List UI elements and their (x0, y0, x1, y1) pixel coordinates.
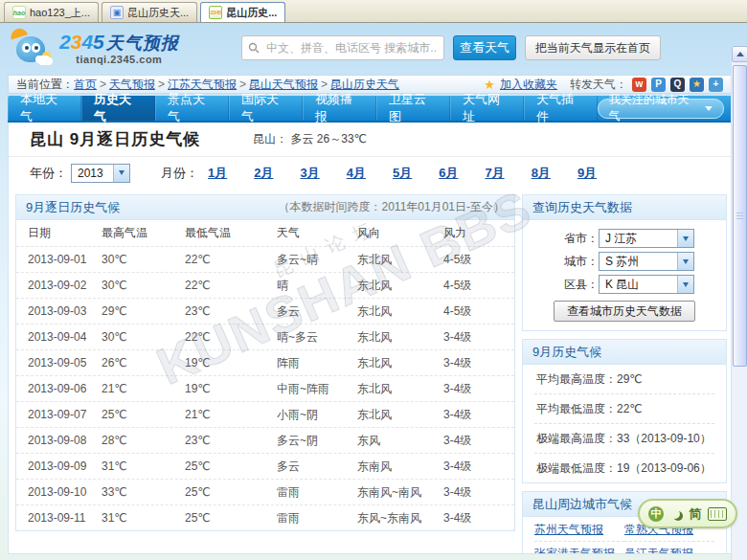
browser-tab-label: hao123_上... (30, 6, 90, 20)
nav-tab-1[interactable]: 历史天气 (81, 96, 155, 121)
table-cell: 东北风 (357, 329, 443, 346)
table-cell: 19℃ (185, 382, 277, 395)
table-row: 2013-09-0526℃19℃阵雨东北风3-4级 (16, 350, 514, 376)
nearby-city-link[interactable]: 张家港天气预报 (534, 542, 624, 554)
my-cities-button[interactable]: 我关注的城市天气 (598, 99, 724, 119)
month-link[interactable]: 1月 (208, 165, 227, 182)
breadcrumb-link[interactable]: 昆山天气预报 (249, 77, 318, 93)
month-link[interactable]: 7月 (485, 165, 504, 182)
table-cell: 23℃ (185, 304, 277, 318)
ime-toolbar[interactable]: 中 简 (638, 499, 737, 528)
year-select[interactable]: 2013 (71, 164, 130, 183)
query-field-label: 区县： (555, 277, 599, 293)
table-cell: 阵雨 (277, 355, 357, 371)
pin-to-home-button[interactable]: 把当前天气显示在首页 (525, 35, 661, 60)
site-logo[interactable]: 2345天气预报 tianqi.2345.com (8, 28, 236, 68)
table-cell: 25℃ (102, 408, 185, 421)
province-select[interactable]: J 江苏 (599, 229, 694, 248)
browser-tab[interactable]: 2345昆山历史... (200, 2, 285, 22)
nav-tab-7[interactable]: 天气插件 (524, 96, 598, 121)
chevron-down-icon[interactable] (113, 165, 129, 182)
sina-weibo-icon[interactable]: w (632, 78, 646, 92)
month-link[interactable]: 2月 (254, 165, 273, 182)
column-header: 天气 (277, 225, 357, 241)
month-link[interactable]: 3月 (300, 165, 319, 182)
view-weather-button[interactable]: 查看天气 (453, 35, 516, 60)
tencent-friend-icon[interactable]: P (651, 78, 666, 92)
chevron-down-icon[interactable] (677, 253, 693, 270)
city-select[interactable]: S 苏州 (599, 252, 694, 271)
breadcrumb-separator: > (239, 78, 246, 91)
breadcrumb-link[interactable]: 首页 (74, 77, 97, 93)
hao-logo-icon: hao (12, 6, 26, 19)
month-link[interactable]: 6月 (439, 165, 458, 182)
nav-tab-2[interactable]: 景点天气 (155, 96, 229, 121)
table-row: 2013-09-1131℃25℃雷雨东风~东南风3-4级 (16, 505, 514, 530)
logo-2345-icon: 2345 (209, 6, 222, 19)
search-input[interactable] (264, 40, 438, 56)
month-link[interactable]: 5月 (393, 165, 412, 182)
district-select[interactable]: K 昆山 (599, 275, 694, 294)
query-history-button[interactable]: 查看城市历史天气数据 (554, 301, 695, 322)
table-cell: 东南风~南风 (357, 484, 443, 501)
table-header-row: 日期最高气温最低气温天气风向风力 (16, 220, 514, 247)
browser-tab[interactable]: ▣昆山历史天... (102, 2, 197, 22)
query-field-row: 省市：J 江苏 (523, 229, 726, 248)
table-cell: 2013-09-03 (28, 304, 102, 318)
nav-tab-6[interactable]: 天气网址 (450, 96, 524, 121)
table-cell: 雷雨 (277, 484, 357, 501)
month-link[interactable]: 8月 (532, 165, 551, 182)
nav-tab-4[interactable]: 视频播报 (303, 96, 376, 121)
column-header: 风力 (443, 225, 514, 241)
add-favorite-link[interactable]: 加入收藏夹 (500, 77, 557, 93)
table-cell: 2013-09-09 (28, 459, 102, 473)
table-cell: 19℃ (185, 356, 277, 370)
table-cell: 东北风 (357, 303, 443, 320)
month-link[interactable]: 4月 (347, 165, 366, 182)
chevron-down-icon[interactable] (677, 276, 693, 293)
ime-mode-label[interactable]: 简 (689, 505, 701, 523)
nav-tab-0[interactable]: 本地天气 (8, 96, 81, 121)
query-fields: 省市：J 江苏城市：S 苏州区县：K 昆山 (523, 220, 726, 301)
browser-tab-label: 昆山历史... (226, 6, 277, 20)
qzone-icon[interactable]: ★ (690, 78, 704, 92)
nearby-panel-title: 昆山周边城市气候 (532, 496, 632, 513)
table-cell: 31℃ (102, 459, 185, 473)
content-card: 昆山 9月逐日历史气候 昆山： 多云 26～33℃ 年份： 2013 月份： 1… (8, 123, 732, 554)
keyboard-icon[interactable] (708, 507, 727, 521)
browser-tab[interactable]: haohao123_上... (4, 2, 99, 22)
logo-digit: 5 (93, 31, 104, 53)
nearby-city-link[interactable]: 吴江天气预报 (624, 542, 714, 554)
nearby-city-link[interactable]: 苏州天气预报 (534, 518, 624, 542)
scrollbar-thumb[interactable] (733, 65, 747, 367)
octopus-mascot-icon (8, 28, 54, 68)
year-label: 年份： (30, 165, 67, 182)
breadcrumb-link[interactable]: 昆山历史天气 (330, 77, 399, 93)
table-cell: 25℃ (185, 459, 277, 473)
breadcrumb-link[interactable]: 天气预报 (109, 77, 155, 93)
browser-tab-label: 昆山历史天... (127, 6, 189, 20)
nav-tab-3[interactable]: 国际天气 (229, 96, 303, 121)
table-cell: 30℃ (102, 253, 185, 266)
table-cell: 东北风 (357, 407, 443, 423)
city-search-box[interactable] (241, 35, 444, 60)
scroll-up-button[interactable] (732, 46, 747, 62)
qq-icon[interactable]: Q (670, 78, 685, 92)
vertical-scrollbar[interactable] (731, 46, 747, 560)
column-header: 风向 (357, 225, 443, 241)
chevron-down-icon[interactable] (677, 230, 693, 247)
table-cell: 东南风 (357, 459, 443, 475)
content-columns: 9月逐日历史气候 （本数据时间跨度：2011年01月01日-至今） 日期最高气温… (9, 189, 731, 554)
nav-tab-5[interactable]: 卫星云图 (376, 96, 450, 121)
month-link[interactable]: 9月 (577, 165, 597, 182)
moon-icon[interactable] (670, 509, 680, 519)
share-label: 转发天气： (570, 77, 627, 93)
table-cell: 3-4级 (443, 329, 514, 346)
breadcrumb-link[interactable]: 江苏天气预报 (168, 77, 237, 93)
table-row: 2013-09-0828℃23℃多云~阴东风3-4级 (16, 428, 514, 454)
table-panel-header: 9月逐日历史气候 （本数据时间跨度：2011年01月01日-至今） (16, 195, 514, 220)
more-share-icon[interactable]: + (709, 78, 723, 92)
query-field-label: 城市： (555, 254, 599, 270)
table-cell: 4-5级 (443, 278, 514, 294)
ime-logo-icon[interactable]: 中 (648, 506, 664, 522)
